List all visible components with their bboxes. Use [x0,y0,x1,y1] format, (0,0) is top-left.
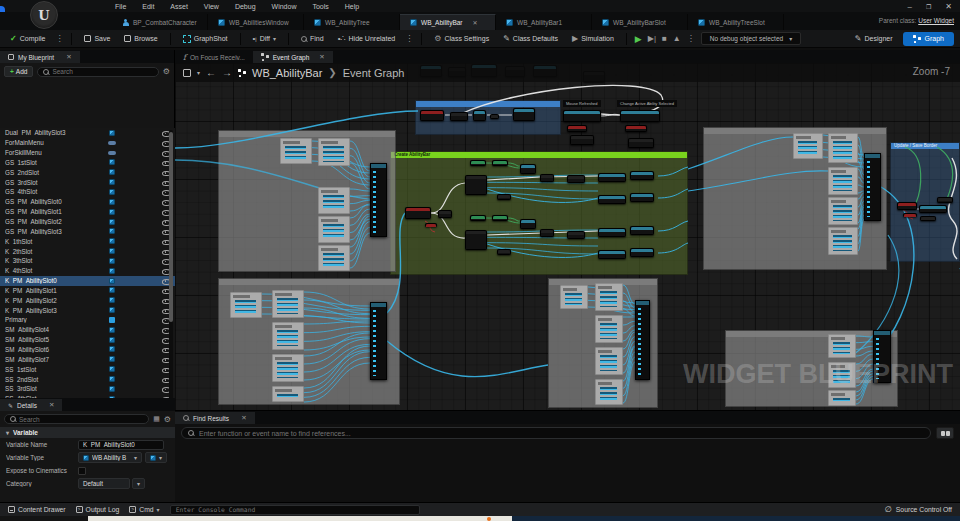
variable-row[interactable]: GS_PM_AbilitySlot0 [0,197,175,207]
play-button[interactable]: ▶ [635,34,642,44]
variable-row[interactable]: K_4thSlot [0,266,175,276]
blueprint-search[interactable] [37,67,158,77]
graph-node[interactable] [897,202,917,210]
getter-stack[interactable] [230,292,262,318]
chevron-down-icon[interactable]: ▾ [197,69,200,76]
graph-node[interactable] [620,110,660,122]
variable-row[interactable]: Dual_PM_AbilitySlot3 [0,128,175,138]
details-search-input[interactable] [19,416,143,423]
tab-event-graph[interactable]: Event Graph ✕ [253,51,333,63]
variable-name-field[interactable] [78,440,164,450]
menu-item[interactable]: File [115,3,126,10]
graph-node[interactable] [520,164,536,174]
variable-row[interactable]: GS_1stSlot [0,158,175,168]
filter-gear-icon[interactable]: ⚙ [163,67,170,76]
graph-node[interactable] [540,174,554,182]
class-settings-button[interactable]: ⚙Class Settings [430,32,493,45]
variable-row[interactable]: K_3thSlot [0,256,175,266]
graph-node[interactable] [628,138,654,148]
cmd-select[interactable]: Cmd ▾ [129,506,159,513]
graph-node[interactable] [919,205,947,213]
asset-tab[interactable]: WB_AbilityTree ✕ [304,14,400,30]
variable-row[interactable]: GS_2ndSlot [0,167,175,177]
getter-stack[interactable] [828,133,858,163]
close-panel-icon[interactable]: ✕ [66,53,71,61]
graph-mode-button[interactable]: Graph [903,32,954,46]
graphshot-button[interactable]: GraphShot [179,33,232,45]
tab-find-results[interactable]: Find Results ✕ [175,412,255,424]
stop-button[interactable]: ■ [662,34,667,43]
compile-button[interactable]: ✓Compile [6,32,49,45]
graph-node[interactable] [598,173,626,182]
variable-row[interactable]: K_PM_AbilitySlot3 [0,305,175,315]
graph-node[interactable] [438,210,452,218]
variable-row[interactable]: SS_1stSlot [0,364,175,374]
forward-arrow-icon[interactable]: → [222,67,232,78]
find-in-blueprints-button[interactable] [936,427,954,439]
variable-row[interactable]: K_2thSlot [0,246,175,256]
hide-unrelated-options-icon[interactable]: ⋮ [405,34,413,43]
asset-tab[interactable]: WB_AbilityBarSlot ✕ [592,14,688,30]
scrollbar-thumb[interactable] [169,132,173,322]
tab-details[interactable]: ✎ Details ✕ [0,399,62,411]
variable-type-select[interactable]: WB Ability B ▾ [78,452,142,463]
graph-node[interactable] [567,125,587,132]
menu-item[interactable]: Edit [142,3,154,10]
variable-row[interactable]: SM_AbilitySlot5 [0,335,175,345]
find-references-input[interactable] [199,430,924,437]
event-node[interactable] [420,110,444,121]
graph-node[interactable] [473,110,486,121]
getter-stack[interactable] [560,285,588,309]
graph-node[interactable] [570,135,594,145]
console-command-input[interactable] [176,506,414,513]
content-drawer-button[interactable]: Content Drawer [8,506,66,513]
variable-row[interactable]: K_PM_AbilitySlot1 [0,286,175,296]
graph-node[interactable] [937,197,953,203]
graph-node[interactable] [492,160,508,166]
graph-node[interactable] [497,194,511,200]
variable-row[interactable]: K_PM_AbilitySlot2 [0,295,175,305]
getter-stack[interactable] [595,379,623,405]
getter-stack[interactable] [272,322,304,350]
graph-node[interactable] [598,228,626,237]
menu-item[interactable]: Tools [312,3,328,10]
variable-row[interactable]: GS_4thSlot [0,187,175,197]
graph-node[interactable] [903,213,917,217]
close-tab-icon[interactable]: ✕ [473,19,478,26]
graph-node[interactable] [630,193,654,202]
details-search[interactable] [4,414,149,424]
variable-row[interactable]: SM_AbilitySlot7 [0,354,175,364]
breadcrumb-root[interactable]: WB_AbilityBar [252,67,322,79]
menu-item[interactable]: View [204,3,219,10]
variable-row[interactable]: ForMainMenu [0,138,175,148]
expose-cinematics-checkbox[interactable] [78,467,86,475]
find-button[interactable]: Find [297,33,328,44]
event-graph-canvas[interactable]: Mouse Refreshed Change Active Ability Se… [175,63,960,410]
graph-node[interactable] [630,248,654,257]
browse-button[interactable]: Browse [120,33,161,44]
variable-row[interactable]: SS_3rdSlot [0,384,175,394]
close-tab-icon[interactable]: ✕ [319,53,324,61]
graph-node[interactable] [492,215,508,221]
variable-row[interactable]: GS_PM_AbilitySlot3 [0,226,175,236]
make-array-node[interactable] [370,302,387,380]
asset-tab[interactable]: BP_CombatCharacter ✕ [112,14,208,30]
graph-node[interactable] [465,230,487,250]
asset-tab[interactable]: WB_AbilitiesWindow ✕ [208,14,304,30]
menu-item[interactable]: Asset [170,3,188,10]
graph-node[interactable] [598,195,626,204]
make-array-node[interactable] [864,153,881,221]
variable-row[interactable]: GS_PM_AbilitySlot2 [0,217,175,227]
getter-stack[interactable] [272,290,304,318]
graph-node[interactable] [630,226,654,235]
variable-row[interactable]: SM_AbilitySlot4 [0,325,175,335]
getter-stack[interactable] [828,167,858,195]
variable-row[interactable]: Primary [0,315,175,325]
unreal-logo-icon[interactable]: U [30,1,58,29]
settings-gear-icon[interactable]: ⚙ [164,415,171,424]
frame-skip-button[interactable]: ▶| [648,34,656,43]
graph-node[interactable] [513,108,535,121]
graph-node[interactable] [625,125,647,132]
section-variable[interactable]: ▾ Variable [0,427,175,438]
category-dropdown-arrow[interactable]: ▾ [132,478,145,489]
